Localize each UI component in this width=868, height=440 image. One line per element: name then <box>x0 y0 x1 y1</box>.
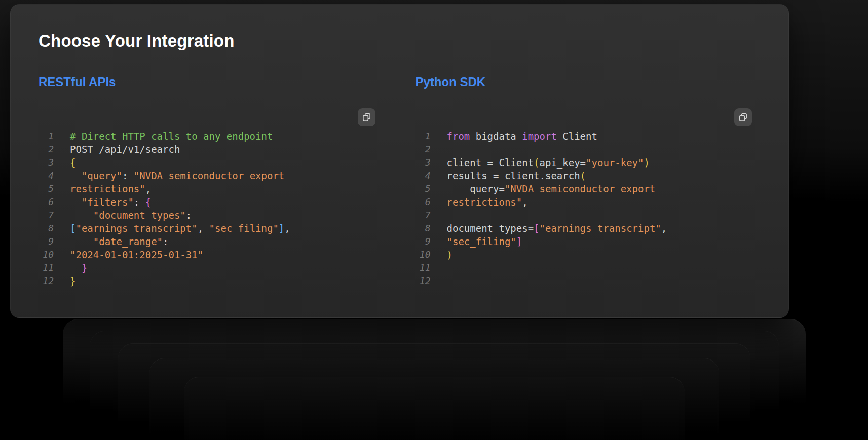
panel-heading-restful-apis: RESTful APIs <box>39 74 378 97</box>
code-text: ["earnings_transcript", "sec_filing"], <box>70 222 290 235</box>
line-number: 5 <box>416 182 431 195</box>
code-token: document_types= <box>447 223 534 234</box>
line-number: 7 <box>39 209 54 222</box>
code-token: } <box>82 262 87 273</box>
code-line: 2POST /api/v1/search <box>39 143 378 156</box>
line-number: 6 <box>39 195 54 209</box>
code-token: bigdata <box>470 131 522 142</box>
code-text: "document_types": <box>70 209 192 222</box>
line-number: 5 <box>39 182 54 195</box>
code-line: 2 <box>416 143 754 156</box>
code-line: 6 "filters": { <box>39 195 378 209</box>
code-line: 8["earnings_transcript", "sec_filing"], <box>39 222 378 235</box>
code-text: query="NVDA semiconductor export <box>447 182 656 195</box>
panel-python-sdk: Python SDK 1from bigdata import Client2 … <box>416 74 754 288</box>
code-token: restrictions" <box>447 196 522 208</box>
line-number: 4 <box>39 169 54 182</box>
code-token: { <box>145 196 151 208</box>
code-token: restrictions" <box>70 183 145 194</box>
code-token: , <box>145 183 151 194</box>
code-line: 8document_types=["earnings_transcript", <box>416 222 754 235</box>
code-text <box>447 143 452 156</box>
code-line: 1# Direct HTTP calls to any endpoint <box>39 130 378 143</box>
code-text: from bigdata import Client <box>447 130 597 143</box>
line-number: 10 <box>416 248 431 261</box>
code-line: 3client = Client(api_key="your-key") <box>416 156 754 169</box>
copy-icon <box>738 112 748 122</box>
code-line: 5 query="NVDA semiconductor export <box>416 182 754 195</box>
code-token <box>70 210 93 221</box>
code-token <box>70 170 82 181</box>
code-text: results = client.search( <box>447 169 586 182</box>
line-number: 4 <box>416 169 431 182</box>
stack-layer <box>184 377 685 440</box>
page-title: Choose Your Integration <box>39 31 754 51</box>
code-text: { <box>70 156 76 169</box>
line-number: 2 <box>39 143 54 156</box>
code-token: "your-key" <box>586 157 644 168</box>
code-token: , <box>284 223 290 234</box>
code-line: 1from bigdata import Client <box>416 130 754 143</box>
code-token: Client <box>557 131 597 142</box>
copy-button[interactable] <box>358 108 375 126</box>
code-token <box>70 196 82 208</box>
line-number: 3 <box>39 156 54 169</box>
line-number: 12 <box>39 274 54 288</box>
line-number: 10 <box>39 248 54 261</box>
code-token: : <box>186 210 192 221</box>
code-token: "document_types" <box>93 210 186 221</box>
code-token: POST /api/v1/search <box>70 144 180 155</box>
line-number: 1 <box>416 130 431 143</box>
code-line: 5restrictions", <box>39 182 378 195</box>
copy-icon <box>362 112 371 122</box>
code-text: # Direct HTTP calls to any endpoint <box>70 130 273 143</box>
code-text: restrictions", <box>70 182 151 195</box>
code-line: 4results = client.search( <box>416 169 754 182</box>
code-token: results = client.search <box>447 170 580 181</box>
line-number: 9 <box>39 235 54 248</box>
copy-button[interactable] <box>734 108 752 126</box>
line-number: 8 <box>39 222 54 235</box>
code-token <box>70 236 93 247</box>
line-number: 2 <box>416 143 431 156</box>
code-token: , <box>661 223 667 234</box>
code-line: 12} <box>39 274 378 288</box>
code-token: from <box>447 131 470 142</box>
code-text: } <box>70 261 87 274</box>
code-token: "earnings_transcript" <box>76 223 197 234</box>
code-token: "earnings_transcript" <box>540 223 661 234</box>
code-line: 10) <box>416 248 754 261</box>
code-text: "2024-01-01:2025-01-31" <box>70 248 203 261</box>
code-line: 12 <box>416 274 754 288</box>
code-area-restful-apis: 1# Direct HTTP calls to any endpoint2POS… <box>39 97 378 288</box>
code-token: ) <box>644 157 649 168</box>
code-token: "sec_filing" <box>447 236 516 247</box>
panel-heading-python-sdk: Python SDK <box>416 74 754 97</box>
code-line: 6restrictions", <box>416 195 754 209</box>
code-line: 11 } <box>39 261 378 274</box>
code-token: , <box>522 196 527 208</box>
code-text: "filters": { <box>70 195 151 209</box>
code-token: "sec_filing" <box>209 223 279 234</box>
code-token: { <box>70 157 76 168</box>
code-area-python-sdk: 1from bigdata import Client2 3client = C… <box>416 97 754 288</box>
code-text: "query": "NVDA semiconductor export <box>70 169 284 182</box>
line-number: 7 <box>416 209 431 222</box>
code-text: ) <box>447 248 452 261</box>
code-token: ( <box>534 157 539 168</box>
code-text: document_types=["earnings_transcript", <box>447 222 667 235</box>
code-token: "date_range" <box>93 236 163 247</box>
code-token: } <box>70 275 76 287</box>
code-line: 7 "document_types": <box>39 209 378 222</box>
panel-restful-apis: RESTful APIs 1# Direct HTTP calls to any… <box>39 74 378 288</box>
code-text: "sec_filing"] <box>447 235 522 248</box>
code-token: "NVDA semiconductor export <box>505 183 655 194</box>
integration-card: Choose Your Integration RESTful APIs 1# … <box>10 4 789 318</box>
code-line: 10"2024-01-01:2025-01-31" <box>39 248 378 261</box>
code-text <box>447 274 452 288</box>
code-token: query= <box>447 183 505 194</box>
code-text: client = Client(api_key="your-key") <box>447 156 650 169</box>
code-token: : <box>163 236 168 247</box>
line-number: 11 <box>39 261 54 274</box>
code-text <box>447 209 452 222</box>
